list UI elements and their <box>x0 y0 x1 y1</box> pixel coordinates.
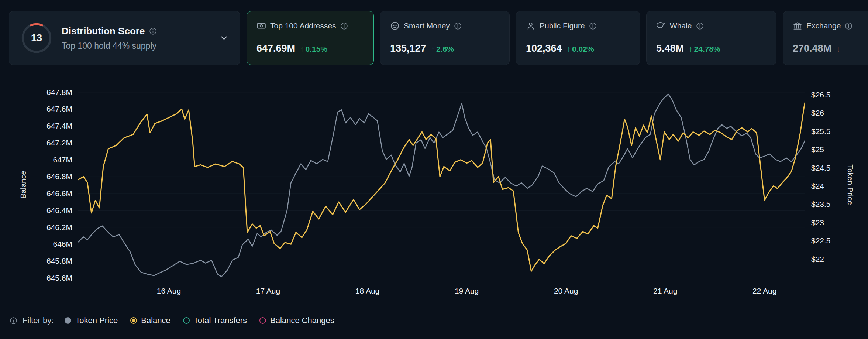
stat-card-value-row: 270.48M ↓ <box>793 43 868 54</box>
distribution-score-card[interactable]: 13 Distribution Score Top 100 hold 44% s… <box>9 11 240 65</box>
right-axis-tick: $26.5 <box>811 90 831 99</box>
right-axis-tick: $22 <box>811 255 824 264</box>
right-axis-tick: $25 <box>811 145 824 154</box>
change-percent: 0.02% <box>572 45 594 53</box>
legend-item-total-transfers[interactable]: Total Transfers <box>183 316 247 325</box>
left-axis-tick: 647.8M <box>0 88 72 97</box>
info-icon[interactable] <box>845 22 852 30</box>
filter-by-label: Filter by: <box>23 316 54 325</box>
stat-card-value-row: 5.48M ↑24.78% <box>656 43 767 54</box>
left-axis-tick: 646.8M <box>0 172 72 181</box>
x-axis-tick: 17 Aug <box>239 287 298 295</box>
left-axis-tick: 647M <box>0 155 72 164</box>
stat-card-header: Public Figure <box>526 21 630 31</box>
left-axis-tick: 646.2M <box>0 223 72 232</box>
legend-item-balance-changes[interactable]: Balance Changes <box>259 316 334 325</box>
stat-card-change: ↑0.02% <box>567 45 594 54</box>
balance-changes-marker-icon <box>259 317 266 324</box>
right-axis-tick: $22.5 <box>811 236 831 245</box>
info-icon[interactable] <box>454 22 462 30</box>
legend-label: Balance <box>141 316 170 325</box>
legend-label: Total Transfers <box>194 316 247 325</box>
stat-card-value: 5.48M <box>656 43 684 54</box>
stat-card-change: ↑0.15% <box>300 45 327 54</box>
right-axis-tick: $25.5 <box>811 127 831 136</box>
distribution-score-title: Distribution Score <box>62 25 145 37</box>
stat-card-value-row: 135,127 ↑2.6% <box>390 43 500 54</box>
distribution-score-subtitle: Top 100 hold 44% supply <box>62 41 157 51</box>
balance-marker-dot <box>132 319 135 322</box>
stat-card-top-100-addresses[interactable]: Top 100 Addresses 647.69M ↑0.15% <box>247 11 374 65</box>
total-transfers-marker-icon <box>183 317 190 324</box>
money-icon <box>256 21 266 31</box>
x-axis-tick: 19 Aug <box>437 287 496 295</box>
stat-card-value-row: 647.69M ↑0.15% <box>256 43 364 54</box>
chart-plot-area[interactable] <box>78 87 805 281</box>
balance-marker-icon <box>130 317 137 324</box>
change-percent: 24.78% <box>694 45 720 53</box>
balance-line <box>78 102 805 271</box>
x-axis-tick: 22 Aug <box>735 287 794 295</box>
right-axis-tick: $26 <box>811 109 824 117</box>
stat-card-change: ↓ <box>836 45 842 54</box>
right-axis-tick: $24 <box>811 182 824 191</box>
info-icon[interactable] <box>589 22 597 30</box>
chart-canvas <box>78 87 805 281</box>
change-arrow-icon: ↑ <box>567 45 571 53</box>
left-axis-tick: 647.4M <box>0 121 72 130</box>
info-icon[interactable] <box>696 22 704 30</box>
public-figure-icon <box>526 21 535 31</box>
stat-card-title: Public Figure <box>540 21 585 30</box>
stat-card-header: Whale <box>656 21 767 31</box>
change-arrow-icon: ↑ <box>300 45 304 53</box>
x-axis-tick: 18 Aug <box>338 287 397 295</box>
token-price-line <box>78 94 805 277</box>
stat-cards-row: 13 Distribution Score Top 100 hold 44% s… <box>9 11 868 65</box>
change-percent: 2.6% <box>436 45 454 53</box>
left-axis-tick: 646.4M <box>0 206 72 215</box>
stat-card-title: Exchange <box>806 21 841 30</box>
distribution-score-text: Distribution Score Top 100 hold 44% supp… <box>62 25 157 51</box>
chart-filter-bar: Filter by: Token PriceBalanceTotal Trans… <box>10 314 334 327</box>
x-axis-tick: 16 Aug <box>140 287 199 295</box>
stat-card-smart-money[interactable]: Smart Money 135,127 ↑2.6% <box>380 11 510 65</box>
whale-icon <box>656 21 666 31</box>
stat-card-header: Smart Money <box>390 21 500 31</box>
stat-card-public-figure[interactable]: Public Figure 102,364 ↑0.02% <box>516 11 640 65</box>
right-axis-title: Token Price <box>846 164 855 205</box>
stat-card-value: 102,364 <box>526 43 562 54</box>
stat-card-exchange[interactable]: Exchange 270.48M ↓ <box>783 11 868 65</box>
left-axis-tick: 645.8M <box>0 257 72 266</box>
stat-card-header: Exchange <box>793 21 868 31</box>
distribution-score-value: 13 <box>20 22 53 54</box>
left-axis-title: Balance <box>19 171 28 199</box>
stat-card-title: Whale <box>670 21 692 30</box>
distribution-score-gauge: 13 <box>20 22 53 54</box>
legend-label: Balance Changes <box>270 316 334 325</box>
legend-item-balance[interactable]: Balance <box>130 316 170 325</box>
info-icon[interactable] <box>149 27 157 35</box>
smart-money-icon <box>390 21 400 31</box>
stat-card-change: ↑24.78% <box>689 45 720 54</box>
right-axis-tick: $23 <box>811 218 824 227</box>
stat-card-value: 135,127 <box>390 43 426 54</box>
stat-card-whale[interactable]: Whale 5.48M ↑24.78% <box>646 11 776 65</box>
change-arrow-icon: ↓ <box>836 45 840 53</box>
left-axis-tick: 647.6M <box>0 105 72 113</box>
change-arrow-icon: ↑ <box>689 45 693 53</box>
legend-items: Token PriceBalanceTotal TransfersBalance… <box>65 316 334 325</box>
change-percent: 0.15% <box>306 45 328 53</box>
x-axis-tick: 21 Aug <box>636 287 695 295</box>
x-axis-tick: 20 Aug <box>537 287 596 295</box>
stat-card-value: 270.48M <box>793 43 831 54</box>
stat-card-change: ↑2.6% <box>431 45 454 54</box>
stat-card-title: Top 100 Addresses <box>270 21 336 30</box>
legend-item-token-price[interactable]: Token Price <box>65 316 118 325</box>
stat-card-value-row: 102,364 ↑0.02% <box>526 43 630 54</box>
stat-card-header: Top 100 Addresses <box>256 21 364 31</box>
chevron-down-icon[interactable] <box>219 33 229 43</box>
left-axis-tick: 646.6M <box>0 189 72 198</box>
left-axis-tick: 646M <box>0 240 72 249</box>
info-icon[interactable] <box>340 22 348 30</box>
info-icon <box>10 317 17 325</box>
